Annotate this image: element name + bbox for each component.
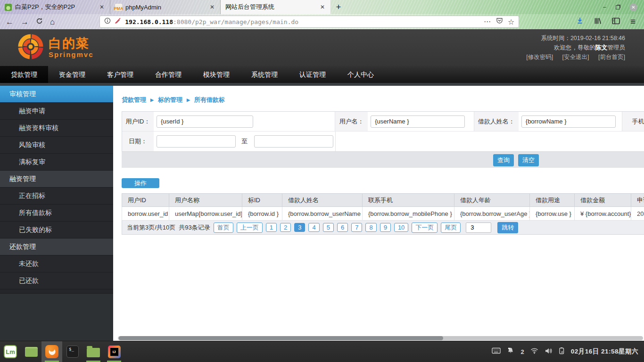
url-bar[interactable]: 192.168.0.118:8080/p2p_war/manage/pages/… xyxy=(99,16,519,28)
reload-icon[interactable] xyxy=(36,17,43,26)
tab-phpmyadmin[interactable]: PMA phpMyAdmin ✕ xyxy=(110,0,221,14)
urlbar-actions: ⋯ ☆ xyxy=(484,17,514,26)
sidebar: 审核管理 融资申请 融资资料审核 风险审核 满标复审 融资管理 正在招标 所有借… xyxy=(0,86,113,341)
hamburger-menu-icon[interactable]: ≡ xyxy=(630,16,636,27)
taskbar: Lm $_ IJ xyxy=(0,341,644,362)
new-tab-button[interactable]: + xyxy=(331,0,346,14)
user-id-input[interactable] xyxy=(157,115,253,128)
jump-page-input[interactable] xyxy=(466,222,491,233)
wifi-icon[interactable] xyxy=(530,347,538,356)
user-name-input[interactable] xyxy=(371,115,465,128)
page-button-10[interactable]: 10 xyxy=(394,223,408,232)
sidebars-icon[interactable] xyxy=(612,17,620,26)
breadcrumb-level3[interactable]: 所有借款标 xyxy=(194,96,225,104)
col-header-age: 借款人年龄 xyxy=(454,194,530,207)
last-page-button[interactable]: 尾页 xyxy=(441,222,461,233)
notifications-bell-icon[interactable] xyxy=(507,347,514,356)
close-tab-icon[interactable]: ✕ xyxy=(319,4,326,10)
sidebar-item-failed-loans[interactable]: 已失败的标 xyxy=(0,222,113,239)
change-password-link[interactable]: [修改密码] xyxy=(526,54,553,60)
date-to-input[interactable] xyxy=(254,135,333,148)
tab-title: 白菜P2P，安全的P2P xyxy=(15,3,95,11)
nav-item-module[interactable]: 模块管理 xyxy=(192,66,240,83)
user-id-cell xyxy=(154,112,335,131)
scrollbar-thumb[interactable] xyxy=(119,336,443,340)
show-desktop-button[interactable] xyxy=(21,341,41,362)
minimize-window-icon[interactable]: − xyxy=(603,4,606,10)
nav-item-system[interactable]: 系统管理 xyxy=(240,66,289,83)
tab-admin-system[interactable]: 网站后台管理系统 ✕ xyxy=(221,0,331,14)
close-window-icon[interactable]: ✕ xyxy=(629,3,637,11)
keyboard-layout-icon[interactable] xyxy=(492,347,501,356)
jump-button[interactable]: 跳转 xyxy=(497,222,518,233)
sidebar-item-bidding[interactable]: 正在招标 xyxy=(0,188,113,205)
page-button-1[interactable]: 1 xyxy=(266,223,277,232)
page-button-8[interactable]: 8 xyxy=(365,223,376,232)
query-button[interactable]: 查询 xyxy=(493,154,514,166)
table-header-row: 用户ID 用户名称 标ID 借款人姓名 联系手机 借款人年龄 借款用途 借款金额… xyxy=(122,194,644,207)
horizontal-scrollbar[interactable] xyxy=(118,336,643,340)
library-icon[interactable] xyxy=(594,17,602,26)
header-info: 系统时间：2019-02-16 21:58:46 欢迎您，尊敬的陈文管理员 [修… xyxy=(519,29,644,66)
home-icon[interactable]: ⌂ xyxy=(50,18,55,26)
volume-icon[interactable] xyxy=(545,347,553,356)
page-actions-icon[interactable]: ⋯ xyxy=(484,17,491,26)
close-tab-icon[interactable]: ✕ xyxy=(209,4,215,10)
bookmark-star-icon[interactable]: ☆ xyxy=(508,17,514,26)
next-page-button[interactable]: 下一页 xyxy=(412,222,438,233)
clear-button[interactable]: 清空 xyxy=(518,154,539,166)
forward-icon[interactable]: → xyxy=(21,18,29,26)
nav-item-auth[interactable]: 认证管理 xyxy=(289,66,337,83)
insecure-connection-icon[interactable] xyxy=(115,17,121,26)
mint-menu-button[interactable]: Lm xyxy=(0,341,21,362)
pocket-icon[interactable] xyxy=(496,17,503,26)
search-button-bar: 查询 清空 xyxy=(122,152,644,168)
logo-title: 白的菜 xyxy=(49,37,94,50)
firefox-taskbar-button[interactable] xyxy=(41,341,62,362)
clock-date-text[interactable]: 02月16日 21:58星期六 xyxy=(571,347,638,356)
page-button-4[interactable]: 4 xyxy=(308,223,319,232)
page-button-9[interactable]: 9 xyxy=(380,223,391,232)
borrower-name-input[interactable] xyxy=(521,115,616,128)
sidebar-item-risk-audit[interactable]: 风险审核 xyxy=(0,137,113,154)
terminal-taskbar-button[interactable]: $_ xyxy=(62,341,83,362)
first-page-button[interactable]: 首页 xyxy=(214,222,233,233)
sidebar-item-all-loans[interactable]: 所有借款标 xyxy=(0,205,113,222)
nav-item-loan[interactable]: 贷款管理 xyxy=(0,66,48,83)
front-page-link[interactable]: [前台首页] xyxy=(598,54,625,60)
power-manager-icon[interactable] xyxy=(559,347,565,356)
tab-baicai-p2p[interactable]: 白菜P2P，安全的P2P ✕ xyxy=(0,0,110,14)
sidebar-item-audit-management[interactable]: 审核管理 xyxy=(0,86,113,103)
page-button-2[interactable]: 2 xyxy=(280,223,291,232)
sidebar-item-financing-management[interactable]: 融资管理 xyxy=(0,171,113,188)
intellij-taskbar-button[interactable]: IJ xyxy=(104,341,124,362)
prev-page-button[interactable]: 上一页 xyxy=(237,222,263,233)
downloads-icon[interactable] xyxy=(576,17,584,26)
page-button-6[interactable]: 6 xyxy=(337,223,348,232)
sidebar-item-repaid[interactable]: 已还款 xyxy=(0,272,113,289)
breadcrumb-level2[interactable]: 标的管理 xyxy=(158,96,182,104)
sidebar-item-financing-application[interactable]: 融资申请 xyxy=(0,103,113,120)
nav-item-customer[interactable]: 客户管理 xyxy=(96,66,144,83)
breadcrumb-level1[interactable]: 贷款管理 xyxy=(122,96,146,104)
page-button-3-current[interactable]: 3 xyxy=(294,223,305,232)
cell-loan-id: {borrow.id } xyxy=(242,207,282,221)
page-button-5[interactable]: 5 xyxy=(323,223,334,232)
sidebar-item-repayment-management[interactable]: 还款管理 xyxy=(0,239,113,255)
sidebar-item-full-bid-review[interactable]: 满标复审 xyxy=(0,154,113,171)
site-info-icon[interactable] xyxy=(104,17,111,26)
search-form: 用户ID： 用户名： 借款人姓名： 手机号 xyxy=(122,111,644,152)
restore-window-icon[interactable] xyxy=(616,5,620,9)
page-button-7[interactable]: 7 xyxy=(351,223,362,232)
back-icon[interactable]: ← xyxy=(6,18,14,26)
nav-item-funds[interactable]: 资金管理 xyxy=(48,66,96,83)
close-tab-icon[interactable]: ✕ xyxy=(99,4,105,10)
nav-item-cooperation[interactable]: 合作管理 xyxy=(144,66,192,83)
files-taskbar-button[interactable] xyxy=(83,341,104,362)
action-button[interactable]: 操作 xyxy=(122,178,159,188)
date-from-input[interactable] xyxy=(157,135,236,148)
nav-item-personal[interactable]: 个人中心 xyxy=(337,66,385,83)
sidebar-item-unrepaid[interactable]: 未还款 xyxy=(0,255,113,272)
sidebar-item-financing-data-audit[interactable]: 融资资料审核 xyxy=(0,120,113,137)
logout-link[interactable]: [安全退出] xyxy=(562,54,589,60)
